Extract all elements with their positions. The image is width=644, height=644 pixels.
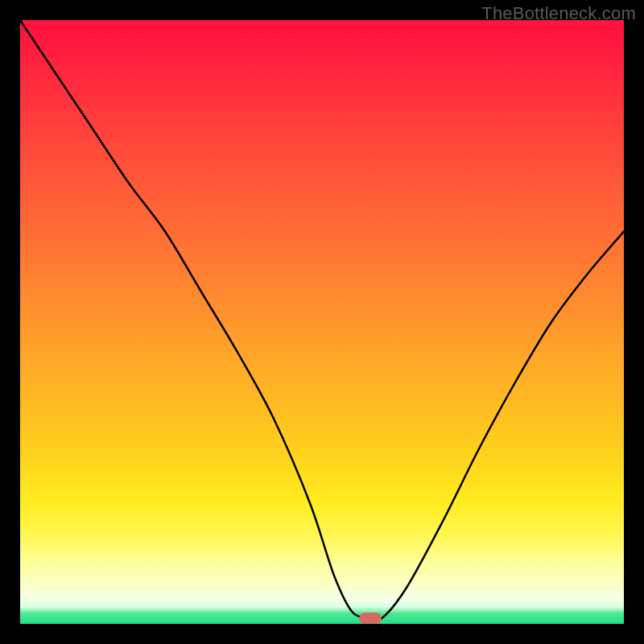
chart-frame: TheBottleneck.com bbox=[0, 0, 644, 644]
bottleneck-curve bbox=[20, 20, 624, 624]
plot-area bbox=[20, 20, 624, 624]
watermark-text: TheBottleneck.com bbox=[481, 3, 636, 24]
optimal-marker bbox=[359, 613, 382, 624]
curve-path bbox=[20, 20, 624, 621]
